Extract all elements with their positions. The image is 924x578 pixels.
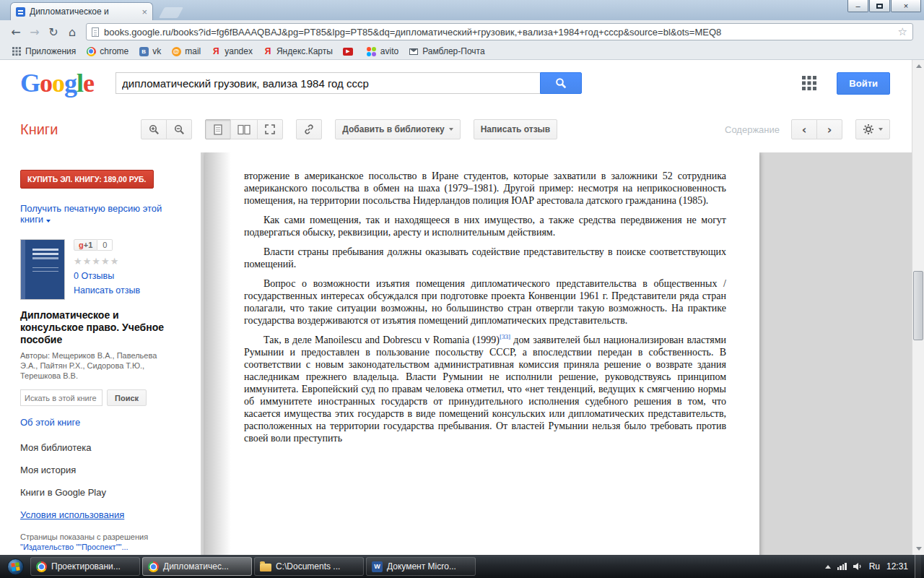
bookmark-yandex[interactable]: Я yandex [206, 45, 257, 58]
maximize-icon [876, 4, 883, 9]
write-review-link[interactable]: Написать отзыв [74, 285, 140, 296]
two-page-view-button[interactable] [230, 119, 258, 139]
taskbar-item-label: Дипломатичес... [163, 561, 229, 571]
add-to-library-button[interactable]: Добавить в библиотеку [335, 119, 460, 139]
print-version-link[interactable]: Получить печатную версию этой книги [20, 203, 172, 225]
in-book-search-input[interactable] [20, 389, 103, 406]
bookmark-vk[interactable]: В vk [134, 45, 165, 58]
bookmark-mail[interactable]: @ mail [167, 45, 205, 58]
back-button[interactable]: ← [7, 25, 25, 39]
taskbar-item-1[interactable]: Проектировани... [30, 557, 140, 576]
book-page[interactable]: вторжение в американское посольство в Ир… [205, 152, 759, 555]
page-paragraph: вторжение в американское посольство в Ир… [244, 170, 726, 207]
publisher-link[interactable]: "Издательство ""Проспект""... [20, 543, 128, 551]
zoom-controls [141, 119, 192, 139]
taskbar-item-label: Документ Micro... [387, 561, 456, 571]
book-cover[interactable] [20, 239, 65, 300]
scrollbar[interactable] [912, 60, 924, 555]
sidebar-item-my-library[interactable]: Моя библиотека [20, 442, 189, 453]
bookmark-label: Рамблер-Почта [422, 46, 484, 56]
start-button[interactable] [0, 555, 30, 578]
bookmark-label: Приложения [25, 46, 76, 56]
previous-page-button[interactable]: ‹ [791, 119, 817, 139]
write-review-button[interactable]: Написать отзыв [474, 119, 558, 139]
sidebar: КУПИТЬ ЭЛ. КНИГУ: 189,00 РУБ. Получить п… [0, 152, 201, 555]
bookmark-chrome[interactable]: chrome [82, 45, 133, 58]
single-page-view-button[interactable] [205, 119, 231, 139]
search-input[interactable] [116, 72, 540, 94]
bookmark-rambler[interactable]: Рамблер-Почта [404, 45, 489, 58]
window-minimize-button[interactable]: – [847, 0, 868, 12]
folder-icon [260, 564, 271, 571]
taskbar-item-4[interactable]: W Документ Micro... [366, 557, 476, 576]
new-tab-button[interactable] [159, 7, 183, 18]
rambler-mail-icon [409, 46, 419, 56]
single-page-icon [214, 124, 222, 135]
next-page-button[interactable]: › [816, 119, 842, 139]
url-text[interactable]: books.google.ru/books?id=fg6fBAAAQBAJ&pg… [104, 27, 893, 38]
bookmark-label: vk [152, 46, 161, 56]
window-close-button[interactable]: × [891, 0, 921, 12]
chevron-left-icon: ‹ [802, 123, 807, 137]
zoom-out-icon [174, 124, 185, 135]
show-desktop-button[interactable] [915, 555, 921, 578]
buy-ebook-button[interactable]: КУПИТЬ ЭЛ. КНИГУ: 189,00 РУБ. [20, 170, 154, 189]
bookmark-star-icon[interactable]: ☆ [898, 25, 907, 38]
bookmark-apps[interactable]: Приложения [7, 45, 80, 58]
yandex-icon: Я [211, 46, 221, 56]
footnote-link[interactable]: [33] [500, 333, 510, 340]
gplus-button[interactable]: g+1 [74, 239, 97, 251]
bookmark-yandex-maps[interactable]: Я Яндекс.Карты [258, 45, 337, 58]
bookmark-label: Яндекс.Карты [276, 46, 333, 56]
window-maximize-button[interactable] [869, 0, 890, 12]
rating-stars[interactable]: ★★★★★ [74, 256, 140, 267]
taskbar-item-label: Проектировани... [51, 561, 121, 571]
write-review-label: Написать отзыв [481, 124, 551, 134]
page-icon [92, 27, 99, 37]
zoom-in-button[interactable] [141, 119, 167, 139]
web-page: Google Войти Книги [0, 60, 924, 555]
apps-launcher-icon[interactable] [802, 76, 816, 90]
scrollbar-thumb[interactable] [913, 271, 923, 340]
books-section-label[interactable]: Книги [20, 121, 58, 138]
google-logo[interactable]: Google [20, 70, 94, 96]
bookmark-avito[interactable]: avito [362, 45, 403, 58]
sidebar-item-my-history[interactable]: Моя история [20, 465, 189, 475]
taskbar-item-2-active[interactable]: Дипломатичес... [142, 557, 252, 576]
gear-icon [863, 124, 874, 135]
address-bar[interactable]: books.google.ru/books?id=fg6fBAAAQBAJ&pg… [86, 23, 913, 40]
book-viewer[interactable]: вторжение в американское посольство в Ир… [201, 152, 912, 555]
network-icon[interactable] [837, 563, 847, 570]
star-icon: ★ [83, 256, 92, 267]
link-icon [303, 124, 315, 135]
chrome-icon [36, 561, 47, 572]
scroll-up-button[interactable] [912, 60, 924, 72]
mail-icon: @ [171, 46, 181, 56]
reload-button[interactable]: ↻ [45, 25, 62, 39]
reviews-link[interactable]: 0 Отзывы [74, 271, 140, 281]
home-button[interactable]: ⌂ [64, 25, 81, 39]
show-hidden-icons-button[interactable] [825, 565, 831, 569]
sidebar-item-terms[interactable]: Условия использования [20, 509, 189, 520]
about-book-link[interactable]: Об этой книге [20, 417, 189, 428]
taskbar-item-3[interactable]: C:\Documents ... [254, 557, 364, 576]
tab-close-icon[interactable]: × [141, 7, 147, 17]
search-button[interactable] [540, 72, 582, 94]
page-nav-controls: ‹ › [791, 119, 842, 139]
get-link-button[interactable] [296, 119, 322, 139]
zoom-out-button[interactable] [166, 119, 192, 139]
fullscreen-button[interactable] [257, 119, 283, 139]
volume-icon[interactable] [853, 562, 863, 571]
sidebar-item-google-play-books[interactable]: Книги в Google Play [20, 487, 189, 498]
forward-button[interactable]: → [26, 25, 43, 39]
settings-button[interactable] [855, 119, 890, 139]
scroll-down-button[interactable] [912, 543, 924, 555]
in-book-search-button[interactable]: Поиск [107, 389, 147, 406]
language-indicator[interactable]: Ru [869, 561, 880, 571]
sign-in-button[interactable]: Войти [837, 72, 890, 95]
chrome-icon [86, 46, 96, 56]
browser-tab[interactable]: Дипломатическое и × [10, 2, 153, 20]
clock[interactable]: 12:31 [886, 561, 908, 571]
bookmark-youtube[interactable]: ▶ [339, 45, 361, 58]
system-tray: Ru 12:31 [825, 555, 924, 578]
